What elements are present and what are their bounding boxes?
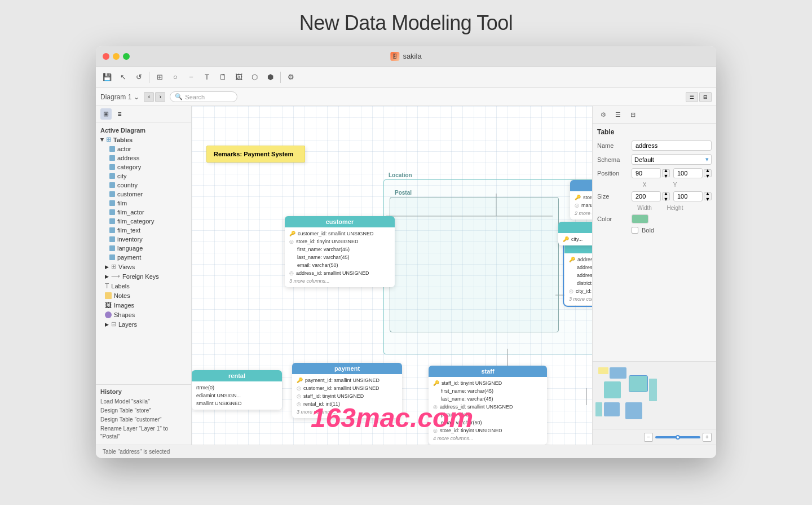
x-stepper[interactable]: ▲ ▼ — [662, 169, 670, 177]
panel-y-input[interactable] — [673, 168, 703, 178]
fk-icon-store: ◎ — [575, 203, 579, 208]
panel-schema-row: Schema Default ▾ — [597, 154, 712, 165]
fk-icon-cust-store: ◎ — [289, 239, 294, 244]
sidebar-item-payment[interactable]: payment — [96, 253, 191, 262]
layer-postal[interactable]: Postal — [390, 197, 559, 332]
toolbar-shape-btn[interactable]: ⬡ — [248, 71, 261, 84]
table-address[interactable]: address 🔑 address_id: smallint UNSIGNED … — [564, 242, 592, 305]
sidebar-item-category[interactable]: category — [96, 163, 191, 172]
sidebar-diagram-view-btn[interactable]: ⊞ — [100, 108, 112, 120]
sidebar-item-film[interactable]: film — [96, 199, 191, 208]
panel-bold-checkbox[interactable] — [632, 227, 638, 234]
history-item-4[interactable]: Rename Layer "Layer 1" to "Postal" — [100, 424, 187, 441]
sidebar-item-notes[interactable]: Notes — [96, 291, 191, 300]
right-panel-list-btn[interactable]: ☰ — [612, 108, 624, 121]
zoom-slider[interactable] — [655, 436, 700, 438]
panel-y-group: ▲ ▼ — [673, 168, 712, 178]
sidebar-item-inventory[interactable]: inventory — [96, 235, 191, 244]
panel-width-input[interactable] — [632, 191, 661, 201]
table-rental[interactable]: rental rtrme(0) ediamint UNSIGN... small… — [192, 370, 282, 410]
zoom-out-btn[interactable]: − — [644, 433, 653, 442]
zoom-in-btn[interactable]: + — [703, 433, 712, 442]
page-title: New Data Modeling Tool — [299, 11, 513, 35]
table-icon-address — [109, 155, 115, 161]
toolbar-undo-btn[interactable]: ↺ — [132, 71, 145, 84]
toolbar-select-btn[interactable]: ↖ — [116, 71, 130, 84]
table-staff[interactable]: staff 🔑 staff_id: tinyint UNSIGNED first… — [429, 366, 547, 445]
panel-bold-row: Bold — [597, 227, 712, 234]
sidebar-item-layers[interactable]: ▶ ⊟ Layers — [96, 319, 191, 329]
sidebar-item-address[interactable]: address — [96, 153, 191, 163]
sidebar-item-film-actor[interactable]: film_actor — [96, 208, 191, 217]
panel-color-swatch[interactable] — [632, 214, 648, 223]
sidebar-detail-view-btn[interactable]: ≡ — [114, 108, 125, 120]
note-box[interactable]: Remarks: Payment System — [206, 146, 305, 163]
table-icon-actor — [109, 146, 115, 152]
sidebar-item-language[interactable]: language — [96, 244, 191, 253]
toolbar-rel-btn[interactable]: − — [184, 71, 198, 84]
diagram-tab-label[interactable]: Diagram 1 — [100, 93, 131, 101]
right-panel-settings-btn[interactable]: ⚙ — [597, 108, 610, 121]
panel-height-input[interactable] — [673, 191, 703, 201]
table-customer-row-4: last_name: varchar(45) — [285, 253, 395, 261]
toolbar-save-btn[interactable]: 💾 — [100, 71, 114, 84]
y-stepper[interactable]: ▲ ▼ — [704, 169, 712, 177]
active-diagram-section: Active Diagram ▾ ⊞ Tables actor address — [96, 125, 191, 330]
toolbar-view-btn[interactable]: ○ — [169, 71, 182, 84]
sidebar-item-city[interactable]: city — [96, 172, 191, 181]
sidebar-item-labels[interactable]: T Labels — [96, 281, 191, 291]
nav-next[interactable]: › — [155, 92, 165, 102]
right-panel-detail-btn[interactable]: ⊟ — [626, 108, 639, 121]
nav-prev[interactable]: ‹ — [144, 92, 154, 102]
panel-schema-select[interactable]: Default ▾ — [632, 154, 712, 165]
active-diagram-label: Active Diagram — [96, 126, 191, 135]
table-customer[interactable]: customer 🔑 customer_id: smallint UNSIGNE… — [285, 216, 395, 287]
nav-bar: Diagram 1 ⌄ ‹ › 🔍 Search ☰ ⊟ — [96, 88, 716, 106]
sidebar-item-country[interactable]: country — [96, 181, 191, 190]
right-panel-toolbar: ⚙ ☰ ⊟ — [593, 106, 716, 124]
table-store[interactable]: store 🔑 store_id: tinyint UNSIGNED ◎ man… — [570, 180, 592, 219]
toolbar-text-btn[interactable]: T — [200, 71, 214, 84]
minimize-button[interactable] — [113, 53, 120, 60]
main-area: ⊞ ≡ Active Diagram ▾ ⊞ Tables actor — [96, 106, 716, 445]
toolbar-layer-btn[interactable]: ⬢ — [263, 71, 277, 84]
sidebar-item-shapes[interactable]: Shapes — [96, 310, 191, 319]
sidebar-item-foreign-keys[interactable]: ▶ ⟶ Foreign Keys — [96, 271, 191, 281]
history-item-2[interactable]: Design Table "store" — [100, 406, 187, 415]
sidebar-item-film-text[interactable]: film_text — [96, 226, 191, 235]
fullscreen-button[interactable] — [123, 53, 130, 60]
layer-location[interactable]: Location Postal store 🔑 store_id: tinyin… — [383, 179, 592, 354]
toolbar-note-btn[interactable]: 🗒 — [216, 71, 230, 84]
sidebar-item-views[interactable]: ▶ ⊞ Views — [96, 262, 191, 271]
table-city[interactable]: city_... 🔑 city... — [558, 222, 592, 245]
history-item-3[interactable]: Design Table "customer" — [100, 415, 187, 424]
view-btn-split[interactable]: ⊟ — [699, 92, 712, 102]
search-icon: 🔍 — [175, 93, 183, 100]
table-payment-row-4: ◎ rental_id: int(11) — [292, 400, 402, 408]
sidebar-item-film-category[interactable]: film_category — [96, 217, 191, 226]
table-icon-language — [109, 245, 115, 251]
right-panel-content: Table Name address Schema Default ▾ — [593, 124, 716, 361]
table-payment[interactable]: payment 🔑 payment_id: smallint UNSIGNED … — [292, 363, 402, 418]
table-address-body: 🔑 address_id: smallint UNSIGNED address:… — [564, 253, 592, 305]
panel-name-input[interactable]: address — [632, 140, 712, 151]
table-staff-row-3: last_name: varchar(45) — [429, 395, 547, 403]
close-button[interactable] — [103, 53, 109, 60]
search-box[interactable]: 🔍 Search — [170, 91, 237, 102]
width-stepper[interactable]: ▲ ▼ — [662, 192, 670, 200]
view-btn-list[interactable]: ☰ — [686, 92, 698, 102]
toolbar-settings-btn[interactable]: ⚙ — [284, 71, 298, 84]
panel-x-input[interactable] — [632, 168, 661, 178]
toolbar-table-btn[interactable]: ⊞ — [153, 71, 166, 84]
sidebar-item-images[interactable]: 🖼 Images — [96, 300, 191, 310]
history-item-1[interactable]: Load Model "sakila" — [100, 397, 187, 406]
note-text: Remarks: Payment System — [214, 151, 293, 157]
panel-width-group: ▲ ▼ — [632, 191, 670, 201]
height-stepper[interactable]: ▲ ▼ — [704, 192, 712, 200]
sidebar-item-customer[interactable]: customer — [96, 190, 191, 199]
canvas-area[interactable]: Remarks: Payment System Location Postal … — [192, 106, 592, 445]
tables-section-label[interactable]: ▾ ⊞ Tables — [96, 135, 191, 144]
toolbar-img-btn[interactable]: 🖼 — [232, 71, 245, 84]
toolbar-sep-2 — [280, 72, 281, 83]
sidebar-item-actor[interactable]: actor — [96, 144, 191, 153]
